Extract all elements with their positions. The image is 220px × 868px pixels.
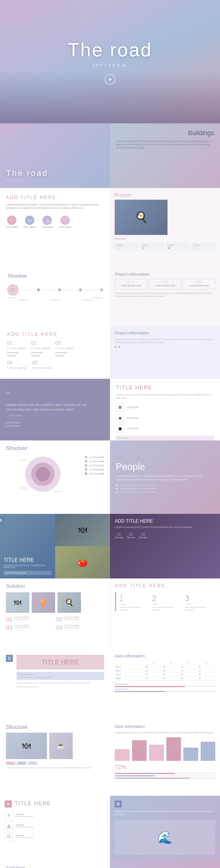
- slide-10: C TITLE HERE DESCRIPTION Lorem ipsum dol…: [0, 649, 220, 719]
- solution-food-imgs: 🍽 🥚 🍳: [6, 592, 104, 613]
- icon-item-2: ◇ TITLE HERE: [24, 216, 35, 228]
- project-info-title: Project information: [115, 272, 215, 277]
- slide-10-right: Data information A B C D Item 1 23 45 12…: [110, 649, 220, 719]
- slide-4: Timeline TitleHere 01 Title here 04 Titl…: [0, 267, 220, 326]
- struct-item-1: 01 TITLE HERE: [85, 456, 104, 458]
- struct-item-5: 05 TITLE HERE: [85, 472, 104, 475]
- mini-card-4: ICON ✉: [191, 243, 215, 251]
- slide-6-left: " LOREM IPSUM DOLOR SHERRY AMET CONSECTE…: [0, 379, 110, 440]
- slide8-mid: 🍽 🍅: [55, 514, 110, 579]
- slide-9-left: Solution 🍽 🥚 🍳 01 TITLE HERE Lorem ipsum…: [0, 579, 110, 649]
- timeline-dot-5: [100, 288, 103, 291]
- timeline-line-1: [20, 290, 36, 290]
- pinfo-card-2: TITLE Lorem text here small: [149, 279, 182, 289]
- slide-13-left: Solution 🛒 TITLE HERE Lorem ipsum small …: [0, 860, 110, 868]
- numbered-items: 01 TITLE HERE Lorem ipsum small text 02 …: [7, 341, 103, 358]
- slide12-item-2: △ Title Here Lorem ipsum small text: [5, 822, 105, 830]
- data-title-11: Data information: [115, 724, 215, 729]
- add-title-9: ADD TITLE HERE: [115, 583, 215, 588]
- d-label: D: [115, 801, 122, 807]
- slide11-progress: [115, 773, 215, 779]
- icon-item-1: ○ TITLE HERE: [6, 216, 17, 228]
- right-icon-row-2: ◈ TITLE HERE: [116, 414, 214, 422]
- timeline-circle-1: TitleHere: [7, 284, 19, 296]
- slide8-title: TITLE HERE: [3, 557, 51, 563]
- slide-3: ADD TITLE HERE LOREM IPSUM DOLOR SIT AME…: [0, 188, 220, 267]
- sol-item-4: 04 TITLE HERE Lorem ipsum small: [56, 625, 104, 630]
- mini-card-1: ICON ⚙: [115, 243, 139, 251]
- people-item-1: LOREM IPSUM DOLOR SIT CONSECTETUR: [116, 484, 214, 486]
- people-body: LOREM IPSUM DOLOR SIT CONSECTETUR ADIPIS…: [116, 474, 214, 481]
- road-title: The road: [6, 168, 104, 178]
- slide8-right-title: ADD TITLE HERE: [115, 519, 215, 524]
- slide8-left: B TITLE HERE LOREM IPSUM DOLOR SIT CONSE…: [0, 514, 55, 579]
- slide8-items: 01 Title here 02 Title here 03 Title her…: [115, 532, 215, 538]
- slide-2-right: Buildings LOREM IPSUM DOLOR SIT CONSECTE…: [110, 123, 220, 188]
- icon-circle-3: △: [42, 216, 52, 225]
- timeline-dot-4: [79, 288, 82, 291]
- num-items-bottom: 04 TITLE HERE 05 TITLE HERE: [7, 360, 103, 369]
- timeline-labels: 01 Title here 04 Title here: [7, 297, 103, 299]
- people-title: People: [116, 461, 214, 472]
- buildings-body: LOREM IPSUM DOLOR SIT CONSECTETUR ADIPIS…: [116, 140, 214, 150]
- slide-4-left: Timeline TitleHere 01 Title here 04 Titl…: [0, 267, 110, 326]
- slide11-imgs: 🍽 ☕: [6, 733, 104, 759]
- slide-4-right: Project information TITLE Lorem text her…: [110, 267, 220, 326]
- icon-circle-2: ◇: [25, 216, 34, 225]
- pinfo-body: LOREM IPSUM DOLOR SIT CONSECTETUR ADIPIS…: [115, 292, 215, 298]
- add-title: ADD TITLE HERE: [6, 195, 104, 200]
- sol-item-2: 02 TITLE HERE Lorem ipsum small: [56, 616, 104, 622]
- slide-6-right: TITLE HERE LOREM IPSUM DOLOR SIT LOREM A…: [110, 379, 220, 440]
- slide-5-right: Project information LOREM IPSUM DOLOR SI…: [110, 326, 220, 379]
- project-info-title-5: Project information: [115, 331, 215, 335]
- timeline-line-2: [41, 290, 57, 290]
- icon-item-3: △ TITLE HERE: [41, 216, 53, 228]
- step-2: 2 LABEL Lorem ipsum dolor sit amet conse…: [152, 594, 182, 611]
- step-1: 1 LABEL Lorem ipsum dolor sit amet conse…: [119, 594, 150, 611]
- structure-title-7: Structure: [6, 445, 104, 451]
- solution-title-9: Solution: [6, 583, 104, 589]
- slide-3-right: Project Structure ICON ⚙ ICON 📎 ICON 📌 I…: [110, 188, 220, 267]
- slide-11: Structure 🍽 ☕ TAG 1 TAG 2 TAG 3 LOREM IP…: [0, 719, 220, 796]
- table-row: Item 2 34 56 23 78: [115, 669, 215, 673]
- people-item-3: LOREM IPSUM DOLOR SIT CONSECTETUR: [116, 491, 214, 493]
- slide-13: Solution 🛒 TITLE HERE Lorem ipsum small …: [0, 860, 220, 868]
- slide8-right-body: LOREM IPSUM DOLOR SIT CONSECTETUR ADIPIS…: [115, 526, 215, 529]
- slide12-item-1: ○ Title Here Lorem ipsum small text: [5, 811, 105, 819]
- slide-13-right: Thank You: [110, 860, 220, 868]
- concentric-circles: 01 TITLE 02 TITLE 03 TITLE: [25, 457, 61, 492]
- struct-item-2: 02 TITLE HERE: [85, 460, 104, 463]
- data-table: A B C D Item 1 23 45 12 67 Item 2 34 56: [115, 661, 215, 680]
- title-box: TITLE HERE: [16, 655, 104, 670]
- bar-1: [115, 749, 130, 761]
- num-item-1: 01 TITLE HERE Lorem ipsum small text: [7, 341, 26, 358]
- pinfo-card-1: TITLE Lorem text here small: [115, 279, 148, 289]
- structure-label: Structure: [115, 237, 215, 240]
- icon-label-1: TITLE HERE: [6, 226, 17, 228]
- right-icon-row-1: ⚙ TITLE HERE: [116, 403, 214, 411]
- sol-item-3: 03 TITLE HERE Lorem ipsum small: [6, 625, 54, 630]
- slide11-img-1: 🍽: [6, 733, 47, 759]
- add-title-btn: ADD YOUR TITLE HERE: [3, 571, 51, 575]
- num-item-4: 04 TITLE HERE: [7, 360, 26, 369]
- hero-title: The road: [68, 39, 152, 61]
- structure-content: 01 TITLE 02 TITLE 03 TITLE 01 TITLE HERE…: [6, 454, 104, 495]
- slide-5: ADD TITLE HERE 01 TITLE HERE Lorem ipsum…: [0, 326, 220, 379]
- slide-5-left: ADD TITLE HERE 01 TITLE HERE Lorem ipsum…: [0, 326, 110, 379]
- c-label: C: [6, 655, 13, 662]
- slide12-item-3: □ Title Here Lorem ipsum small text: [5, 832, 105, 840]
- bar-2: [132, 740, 147, 761]
- slide6-right-title: TITLE HERE: [116, 385, 214, 391]
- table-row: Item 4 12 34 56 45: [115, 677, 215, 680]
- project-label: Project: [115, 193, 215, 197]
- slide-7-right: People LOREM IPSUM DOLOR SIT CONSECTETUR…: [110, 440, 220, 514]
- slide3-body: LOREM IPSUM DOLOR SIT AMET CONSECTETUR A…: [6, 203, 104, 210]
- buildings-title: Buildings: [116, 129, 214, 137]
- slide12-right-body: LOREM IPSUM DOLOR SIT CONSECTETUR ADIPIS…: [115, 810, 215, 816]
- table-row: Item 3 45 67 34 89: [115, 673, 215, 677]
- struct-item-3: 03 TITLE HERE: [85, 464, 104, 467]
- play-button[interactable]: ▶: [105, 74, 115, 85]
- sol-food-3: 🍳: [58, 592, 81, 613]
- slide-12-right: D LOREM IPSUM DOLOR SIT CONSECTETUR ADIP…: [110, 796, 220, 860]
- right-icon-1: ⚙: [116, 403, 124, 411]
